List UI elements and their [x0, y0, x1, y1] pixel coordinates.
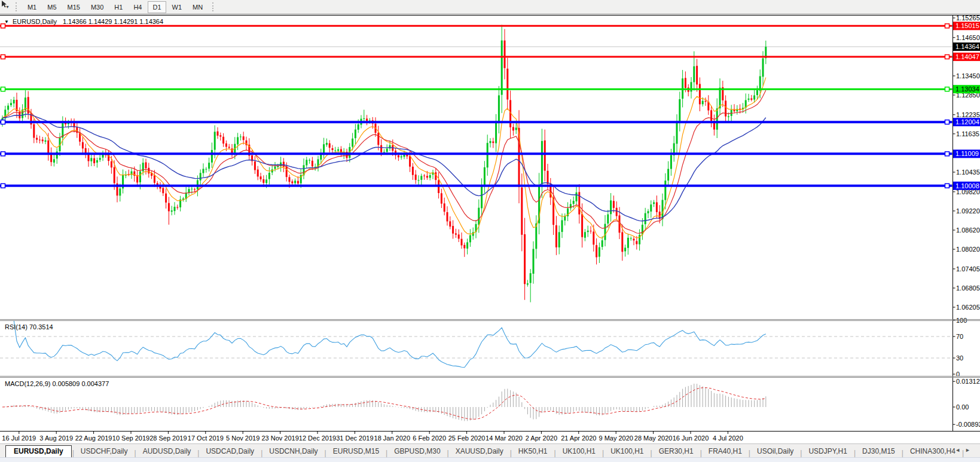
rsi-indicator-label: RSI(14) 70.3514 — [5, 323, 53, 331]
svg-text:9 May 2020: 9 May 2020 — [599, 435, 633, 442]
tabs-scroll-right-icon[interactable]: ► — [965, 447, 975, 453]
line-handle-left[interactable] — [1, 55, 5, 59]
svg-text:14 Mar 2020: 14 Mar 2020 — [486, 435, 523, 442]
svg-text:2 Apr 2020: 2 Apr 2020 — [526, 435, 557, 442]
toolbar-grip[interactable] — [16, 2, 18, 11]
svg-text:5 Nov 2019: 5 Nov 2019 — [226, 435, 259, 442]
svg-text:6 Feb 2020: 6 Feb 2020 — [413, 435, 446, 442]
svg-text:1.14650: 1.14650 — [956, 34, 980, 41]
cursor-icon — [0, 0, 8, 8]
svg-text:23 Nov 2019: 23 Nov 2019 — [261, 435, 298, 442]
timeframes-toolbar: ▼ M1M5M15M30H1H4D1W1MN — [0, 0, 980, 14]
svg-text:22 Aug 2019: 22 Aug 2019 — [75, 435, 112, 442]
svg-text:1.10008: 1.10008 — [955, 182, 979, 189]
svg-text:1.12004: 1.12004 — [955, 118, 979, 126]
tabs-scroll-left-icon[interactable]: ◄ — [955, 447, 965, 453]
chart-ohlc-values: 1.14366 1.14429 1.14291 1.14364 — [63, 18, 163, 25]
timeframe-buttons: M1M5M15M30H1H4D1W1MN — [22, 1, 208, 13]
line-handle-right[interactable] — [945, 24, 950, 28]
svg-text:1.08020: 1.08020 — [956, 246, 980, 253]
macd-indicator-label: MACD(12,26,9) 0.005809 0.004377 — [5, 380, 109, 387]
toolbar-grip[interactable] — [212, 2, 215, 11]
svg-text:1.09220: 1.09220 — [956, 207, 980, 215]
chart-title: ▼ EURUSD,Daily 1.14366 1.14429 1.14291 1… — [4, 18, 163, 25]
svg-text:1.11009: 1.11009 — [955, 150, 979, 157]
line-handle-left[interactable] — [1, 87, 5, 91]
svg-text:0.013121: 0.013121 — [956, 378, 980, 385]
chart-canvas[interactable]: 1.152651.146501.134501.128501.122351.116… — [0, 0, 980, 462]
status-strip — [0, 457, 980, 462]
line-handle-right[interactable] — [945, 183, 950, 188]
svg-text:12 Dec 2019: 12 Dec 2019 — [299, 435, 336, 442]
timeframe-button-d1[interactable]: D1 — [148, 1, 166, 13]
svg-text:17 Oct 2019: 17 Oct 2019 — [188, 435, 224, 442]
svg-text:16 Jul 2019: 16 Jul 2019 — [2, 435, 36, 442]
timeframe-button-m30[interactable]: M30 — [86, 1, 108, 13]
svg-text:70: 70 — [956, 333, 963, 340]
svg-text:16 Jun 2020: 16 Jun 2020 — [673, 435, 709, 442]
svg-text:4 Jul 2020: 4 Jul 2020 — [713, 435, 743, 442]
chart-tab-usdjpy-h1[interactable]: USDJPY,H1 — [802, 446, 853, 457]
svg-text:1.13034: 1.13034 — [955, 85, 979, 93]
svg-text:1.15015: 1.15015 — [955, 22, 979, 29]
svg-text:10 Sep 2019: 10 Sep 2019 — [112, 435, 149, 442]
svg-text:1.14364: 1.14364 — [955, 43, 979, 50]
svg-text:1.06205: 1.06205 — [956, 304, 980, 311]
chart-tab-usdcnh-daily[interactable]: USDCNH,Daily — [263, 446, 323, 457]
svg-text:31 Dec 2019: 31 Dec 2019 — [336, 435, 373, 442]
mt4-window: ▼ M1M5M15M30H1H4D1W1MN 1.152651.146501.1… — [0, 0, 980, 462]
chart-tab-eurusd-daily[interactable]: EURUSD,Daily — [5, 445, 72, 458]
chart-tab-dj30-m15[interactable]: DJ30,M15 — [856, 446, 901, 457]
svg-text:0.00: 0.00 — [956, 403, 969, 411]
svg-text:-0.008933: -0.008933 — [956, 421, 980, 428]
line-handle-left[interactable] — [1, 152, 5, 156]
line-handle-left[interactable] — [1, 120, 5, 124]
chart-tab-uk100-h1[interactable]: UK100,H1 — [557, 446, 602, 457]
svg-text:28 May 2020: 28 May 2020 — [634, 435, 673, 442]
timeframe-button-m1[interactable]: M1 — [23, 1, 41, 13]
chart-tab-gbpusd-m30[interactable]: GBPUSD,M30 — [388, 446, 446, 457]
chart-tab-audusd-daily[interactable]: AUDUSD,Daily — [137, 446, 197, 457]
chart-symbol-label: EURUSD,Daily — [13, 18, 57, 25]
svg-text:1.13450: 1.13450 — [956, 72, 980, 79]
timeframe-button-w1[interactable]: W1 — [167, 1, 187, 13]
chart-tab-usdcad-daily[interactable]: USDCAD,Daily — [200, 446, 260, 457]
svg-text:1.11635: 1.11635 — [956, 130, 979, 137]
line-handle-right[interactable] — [945, 55, 950, 59]
cursor-tool-button[interactable]: ▼ — [2, 4, 11, 10]
svg-text:0: 0 — [956, 371, 960, 378]
svg-text:1.14047: 1.14047 — [955, 53, 979, 60]
timeframe-button-m5[interactable]: M5 — [42, 1, 61, 13]
timeframe-button-m15[interactable]: M15 — [63, 1, 85, 13]
svg-text:18 Jan 2020: 18 Jan 2020 — [374, 435, 411, 442]
chart-tab-china300-h4[interactable]: CHINA300,H4 — [904, 446, 961, 457]
chart-tab-uk100-h1[interactable]: UK100,H1 — [605, 446, 649, 457]
chart-tab-fra40-h1[interactable]: FRA40,H1 — [703, 446, 748, 457]
svg-text:1.12235: 1.12235 — [956, 111, 980, 118]
chart-tab-hk50-h1[interactable]: HK50,H1 — [512, 446, 554, 457]
chart-tab-ger30-h1[interactable]: GER30,H1 — [653, 446, 700, 457]
chart-tab-xauusd-daily[interactable]: XAUUSD,Daily — [450, 446, 509, 457]
chart-background — [0, 15, 980, 443]
svg-text:25 Feb 2020: 25 Feb 2020 — [448, 435, 486, 442]
chart-tabs-bar: EURUSD,Daily|USDCHF,Daily|AUDUSD,Daily|U… — [0, 443, 980, 457]
svg-text:28 Sep 2019: 28 Sep 2019 — [149, 435, 187, 442]
chart-tab-eurusd-m15[interactable]: EURUSD,M15 — [327, 446, 385, 457]
line-handle-right[interactable] — [945, 87, 950, 91]
timeframe-button-h1[interactable]: H1 — [109, 1, 127, 13]
svg-text:1.08620: 1.08620 — [956, 227, 980, 234]
line-handle-right[interactable] — [945, 120, 950, 124]
svg-text:3 Aug 2019: 3 Aug 2019 — [39, 435, 73, 442]
timeframe-button-h4[interactable]: H4 — [129, 1, 146, 13]
svg-text:1.10435: 1.10435 — [956, 169, 980, 176]
chart-dropdown-icon[interactable]: ▼ — [4, 19, 9, 25]
chart-tab-usoil-daily[interactable]: USOil,Daily — [751, 446, 799, 457]
svg-text:30: 30 — [956, 354, 963, 362]
svg-text:21 Apr 2020: 21 Apr 2020 — [561, 435, 596, 442]
line-handle-right[interactable] — [945, 152, 950, 156]
line-handle-left[interactable] — [1, 183, 5, 188]
timeframe-button-mn[interactable]: MN — [188, 1, 207, 13]
chart-tab-usdchf-daily[interactable]: USDCHF,Daily — [75, 446, 134, 457]
svg-text:1.06805: 1.06805 — [956, 284, 980, 292]
svg-text:1.07405: 1.07405 — [956, 265, 980, 273]
